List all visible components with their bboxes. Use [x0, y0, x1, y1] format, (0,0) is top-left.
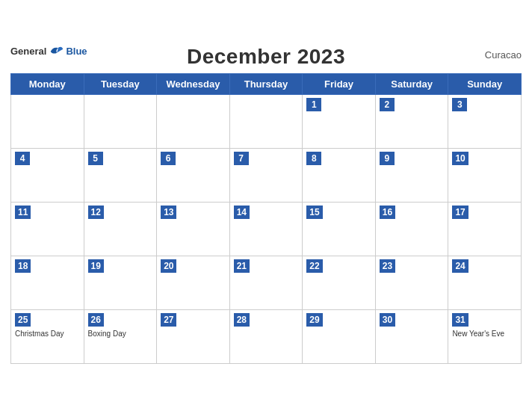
day-number: 10 [452, 152, 468, 166]
week-row-4: 18192021222324 [11, 256, 522, 309]
calendar-cell: 14 [229, 202, 303, 256]
calendar-cell: 25Christmas Day [11, 309, 84, 363]
calendar-cell: 24 [448, 256, 522, 309]
country-label: Curacao [485, 49, 522, 61]
logo-area: General Blue [10, 45, 87, 58]
weekday-header-saturday: Saturday [375, 73, 448, 94]
day-number: 28 [234, 313, 250, 327]
weekday-header-sunday: Sunday [448, 73, 522, 94]
day-number: 22 [306, 259, 322, 274]
holiday-name: New Year's Eve [452, 329, 517, 339]
calendar-cell: 27 [157, 309, 230, 363]
calendar-header: General Blue December 2023 Curacao [10, 45, 522, 69]
calendar-cell: 7 [229, 148, 303, 202]
calendar-cell: 4 [11, 148, 84, 202]
weekday-header-wednesday: Wednesday [157, 73, 230, 94]
day-number: 29 [306, 313, 322, 327]
calendar-cell: 18 [11, 256, 84, 309]
day-number: 9 [380, 152, 395, 166]
day-number: 1 [306, 98, 321, 112]
day-number: 19 [88, 259, 104, 274]
calendar-cell: 6 [157, 148, 230, 202]
title-area: December 2023 [187, 45, 345, 69]
day-number: 31 [452, 313, 468, 327]
calendar-cell: 9 [375, 148, 448, 202]
day-number: 30 [380, 313, 395, 327]
weekday-header-tuesday: Tuesday [84, 73, 157, 94]
week-row-2: 45678910 [11, 148, 522, 202]
calendar-title: December 2023 [187, 45, 345, 69]
calendar-cell: 26Boxing Day [84, 309, 157, 363]
day-number: 2 [380, 98, 395, 112]
logo-blue-text: Blue [66, 46, 87, 56]
day-number: 6 [161, 152, 176, 166]
day-number: 3 [452, 98, 467, 112]
calendar-cell: 17 [448, 202, 522, 256]
calendar-cell: 23 [375, 256, 448, 309]
calendar-cell: 8 [303, 148, 376, 202]
day-number: 24 [452, 259, 468, 274]
calendar-cell: 16 [375, 202, 448, 256]
calendar-cell: 3 [448, 94, 522, 148]
day-number: 7 [234, 152, 249, 166]
weekday-header-monday: Monday [11, 73, 84, 94]
day-number: 14 [234, 206, 250, 220]
week-row-1: 123 [11, 94, 522, 148]
calendar-cell: 30 [375, 309, 448, 363]
calendar-cell: 29 [303, 309, 376, 363]
calendar-cell [84, 94, 157, 148]
calendar-cell: 10 [448, 148, 522, 202]
calendar-cell: 2 [375, 94, 448, 148]
day-number: 15 [306, 206, 322, 220]
day-number: 27 [161, 313, 176, 327]
day-number: 17 [452, 206, 468, 220]
calendar-cell: 31New Year's Eve [448, 309, 522, 363]
calendar-table: MondayTuesdayWednesdayThursdayFridaySatu… [10, 73, 522, 364]
day-number: 13 [161, 206, 176, 220]
calendar-cell: 12 [84, 202, 157, 256]
logo-text: General Blue [10, 45, 87, 58]
holiday-name: Boxing Day [88, 329, 153, 339]
day-number: 20 [161, 259, 176, 274]
day-number: 5 [88, 152, 103, 166]
holiday-name: Christmas Day [15, 329, 80, 339]
logo-general-text: General [10, 46, 46, 56]
calendar-cell: 5 [84, 148, 157, 202]
day-number: 25 [15, 313, 31, 327]
calendar-cell: 11 [11, 202, 84, 256]
day-number: 18 [15, 259, 31, 274]
weekday-header-friday: Friday [303, 73, 376, 94]
calendar-cell: 20 [157, 256, 230, 309]
week-row-5: 25Christmas Day26Boxing Day2728293031New… [11, 309, 522, 363]
calendar-cell: 21 [229, 256, 303, 309]
day-number: 12 [88, 206, 104, 220]
calendar-cell [229, 94, 303, 148]
day-number: 11 [15, 206, 31, 220]
day-number: 26 [88, 313, 104, 327]
day-number: 21 [234, 259, 250, 274]
day-number: 8 [306, 152, 321, 166]
day-number: 4 [15, 152, 30, 166]
calendar-cell: 15 [303, 202, 376, 256]
calendar-cell: 22 [303, 256, 376, 309]
calendar-cell: 13 [157, 202, 230, 256]
calendar-wrapper: General Blue December 2023 Curacao Monda… [0, 37, 532, 374]
logo-bird-icon [49, 45, 64, 58]
day-number: 16 [380, 206, 395, 220]
week-row-3: 11121314151617 [11, 202, 522, 256]
calendar-cell: 19 [84, 256, 157, 309]
day-number: 23 [380, 259, 395, 274]
weekday-header-thursday: Thursday [229, 73, 303, 94]
calendar-cell [157, 94, 230, 148]
calendar-cell: 1 [303, 94, 376, 148]
calendar-cell [11, 94, 84, 148]
weekday-header-row: MondayTuesdayWednesdayThursdayFridaySatu… [11, 73, 522, 94]
calendar-cell: 28 [229, 309, 303, 363]
